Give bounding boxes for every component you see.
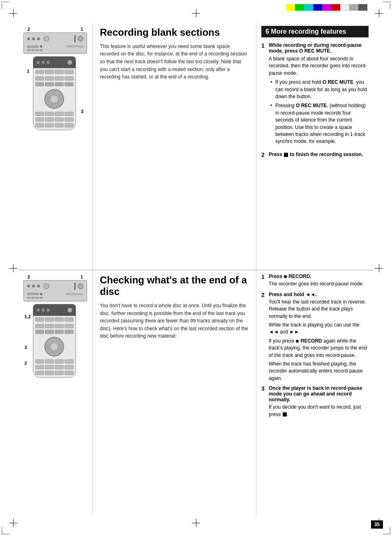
corner-mark-bl: [2, 527, 9, 534]
label-2-remote: 2: [81, 109, 83, 114]
step-2: 2 Press to finish the recording session.: [261, 152, 369, 158]
step-1-content: While recording or during record-pause m…: [269, 42, 369, 147]
reg-mark-bc: [192, 519, 200, 527]
bottom-step-3-body: If you decide you don't want to record, …: [269, 404, 369, 418]
step-2-content: Press to finish the recording session.: [269, 152, 369, 158]
corner-mark-tl: [2, 2, 9, 9]
bottom-label-2b-remote: 2: [25, 361, 27, 366]
bottom-step-1-number: 1: [261, 274, 269, 288]
bottom-article-panel: Checking what's at the end of a disc You…: [92, 270, 256, 518]
step-1-number: 1: [261, 42, 269, 147]
page-number: 35: [371, 520, 383, 529]
label-2-top: 2: [28, 27, 30, 32]
corner-mark-tr: [383, 2, 390, 9]
bottom-step-1: 1 Press RECORD. The recorder goes into r…: [261, 274, 369, 288]
top-article-panel: Recording blank sections This feature is…: [92, 23, 256, 270]
reg-mark-mr: [375, 264, 383, 272]
bottom-deck-device: PROFESSIONAL: [23, 280, 87, 301]
top-deck-device: PROFESSIONAL: [23, 32, 87, 54]
bottom-label-3-remote: 3: [25, 345, 27, 350]
section-header: 6 More recording features: [261, 26, 369, 37]
bottom-article-body: You don't have to record a whole disc at…: [100, 302, 249, 340]
step-2-title: Press to finish the recording session.: [269, 152, 369, 157]
top-device-panel: 2 1 PROFESSIONAL: [18, 23, 92, 270]
bottom-article-title: Checking what's at the end of a disc: [100, 274, 249, 298]
bottom-step-2: 2 Press and hold ◄◄. You'll hear the las…: [261, 292, 369, 382]
bottom-step-2-title: Press and hold ◄◄.: [269, 292, 369, 297]
step-1: 1 While recording or during record-pause…: [261, 42, 369, 147]
step-1-title: While recording or during record-pause m…: [269, 42, 369, 54]
bottom-remote-device: [33, 304, 76, 378]
bottom-label-1-top: 1: [81, 274, 83, 279]
label-1-top: 1: [81, 27, 83, 32]
remote-device: [33, 56, 76, 130]
top-article-title: Recording blank sections: [100, 27, 249, 39]
top-steps-panel: 6 More recording features 1 While record…: [256, 23, 374, 270]
bottom-device-panel: 2 1 PROFESSIONAL: [18, 270, 92, 518]
bottom-step-1-body: The recorder goes into record-pause mode…: [269, 281, 369, 288]
reg-mark-bl: [9, 519, 17, 527]
corner-mark-br: [383, 527, 390, 534]
bottom-step-3-number: 3: [261, 385, 269, 418]
top-article-body: This feature is useful wherever you need…: [100, 43, 249, 81]
reg-mark-tr: [375, 9, 383, 17]
color-bar: [286, 4, 367, 11]
reg-mark-tc: [192, 9, 200, 17]
step-2-number: 2: [261, 152, 269, 158]
label-1-remote: 1: [27, 69, 30, 74]
bottom-step-2-extra1: While the track is playing you can use t…: [269, 322, 369, 336]
bottom-step-2-extra2: If you press RECORD again while the trac…: [269, 338, 369, 359]
bottom-step-2-extra3: When the track has finished playing, the…: [269, 361, 369, 382]
reg-mark-tl: [9, 9, 17, 17]
bottom-step-3: 3 Once the player is back in record-paus…: [261, 385, 369, 418]
bottom-label-12-remote: 1,2: [25, 314, 31, 319]
bottom-step-1-content: Press RECORD. The recorder goes into rec…: [269, 274, 369, 288]
bottom-step-2-number: 2: [261, 292, 269, 382]
bottom-steps-panel: 1 Press RECORD. The recorder goes into r…: [256, 270, 374, 518]
bottom-step-3-title: Once the player is back in record-pause …: [269, 385, 369, 403]
step-1-body: A blank space of about four seconds is r…: [269, 55, 369, 77]
bottom-label-2-top: 2: [28, 274, 30, 279]
bottom-step-2-content: Press and hold ◄◄. You'll hear the last …: [269, 292, 369, 382]
bottom-step-2-body: You'll hear the last recorded track in r…: [269, 299, 369, 320]
reg-mark-ml: [9, 264, 17, 272]
bottom-step-3-content: Once the player is back in record-pause …: [269, 385, 369, 418]
step-1-bullets: • If you press and hold O REC MUTE, you …: [269, 79, 369, 145]
bottom-step-1-title: Press RECORD.: [269, 274, 369, 279]
